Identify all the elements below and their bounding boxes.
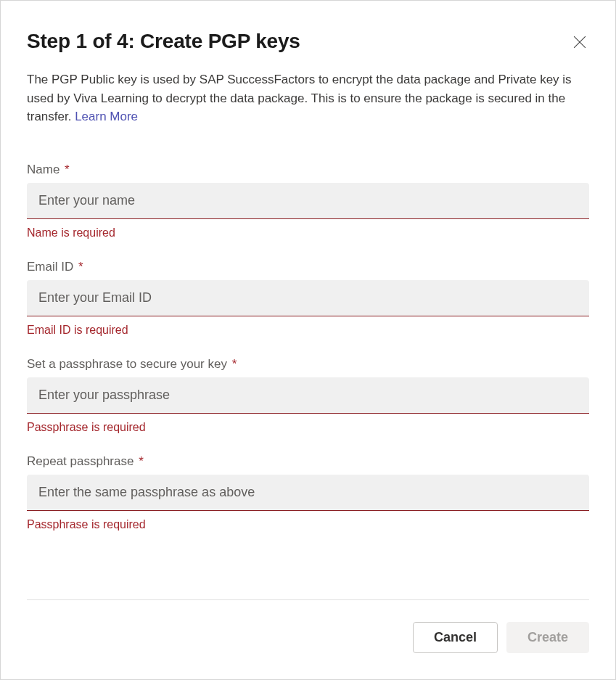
repeat-passphrase-input[interactable] <box>27 475 589 511</box>
cancel-button[interactable]: Cancel <box>413 622 498 653</box>
learn-more-link[interactable]: Learn More <box>75 110 138 123</box>
dialog-description: The PGP Public key is used by SAP Succes… <box>27 70 589 126</box>
repeat-passphrase-label: Repeat passphrase * <box>27 454 589 469</box>
repeat-passphrase-field-group: Repeat passphrase * Passphrase is requir… <box>27 454 589 531</box>
required-marker: * <box>65 163 70 176</box>
name-field-group: Name * Name is required <box>27 163 589 239</box>
email-error: Email ID is required <box>27 324 589 337</box>
passphrase-input[interactable] <box>27 377 589 414</box>
name-error: Name is required <box>27 226 589 239</box>
pgp-keys-dialog: Step 1 of 4: Create PGP keys The PGP Pub… <box>0 0 616 680</box>
name-label: Name * <box>27 163 589 177</box>
passphrase-field-group: Set a passphrase to secure your key * Pa… <box>27 357 589 434</box>
close-button[interactable] <box>570 33 589 52</box>
email-field-group: Email ID * Email ID is required <box>27 260 589 337</box>
passphrase-label: Set a passphrase to secure your key * <box>27 357 589 372</box>
required-marker: * <box>78 260 83 274</box>
dialog-header: Step 1 of 4: Create PGP keys <box>27 30 589 53</box>
close-icon <box>573 36 586 49</box>
create-button[interactable]: Create <box>506 622 589 653</box>
dialog-footer: Cancel Create <box>27 599 589 653</box>
dialog-title: Step 1 of 4: Create PGP keys <box>27 30 300 53</box>
required-marker: * <box>232 357 237 371</box>
email-label: Email ID * <box>27 260 589 274</box>
passphrase-error: Passphrase is required <box>27 421 589 434</box>
email-input[interactable] <box>27 280 589 316</box>
repeat-passphrase-error: Passphrase is required <box>27 518 589 531</box>
name-input[interactable] <box>27 183 589 219</box>
required-marker: * <box>139 454 144 468</box>
